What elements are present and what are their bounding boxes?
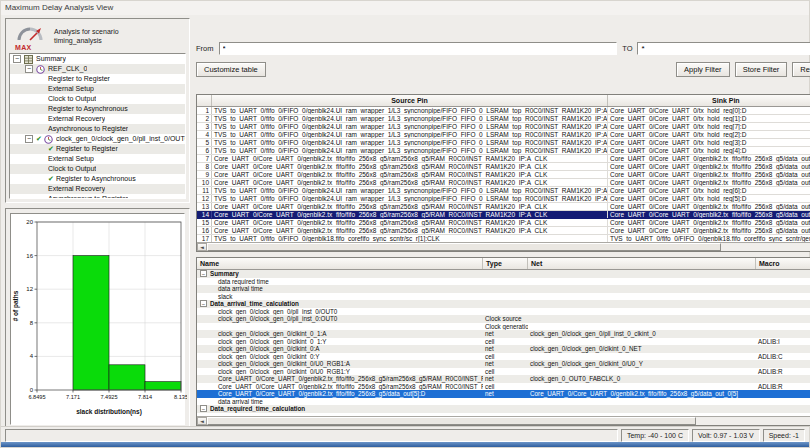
y-tick-label: 20 <box>26 219 33 225</box>
sink-pin-header[interactable]: Sink Pin <box>608 95 810 106</box>
detail-row[interactable]: Core_UART_0/Core_UART_0/genblk2.tx_fifo/… <box>197 375 810 383</box>
customize-table-button[interactable]: Customize table <box>196 62 266 77</box>
detail-row[interactable]: Core_UART_0/Core_UART_0/genblk2.tx_fifo/… <box>197 390 810 398</box>
detail-row[interactable]: clock_gen_0/clock_gen_0/pll_inst_0/OUT0 <box>197 308 810 316</box>
path-row-9[interactable]: 9Core_UART_0/Core_UART_0/genblk2.tx_fifo… <box>197 171 810 179</box>
tree-item-register-to-register[interactable]: ✔Register to Register <box>10 144 185 154</box>
row-number: 3 <box>197 123 212 130</box>
tree-item-clock-to-output[interactable]: Clock to Output <box>10 164 185 174</box>
scroll-left-icon[interactable]: ◄ <box>197 417 207 425</box>
apply-filter-button[interactable]: Apply Filter <box>676 62 730 77</box>
tree-item-external-setup[interactable]: External Setup <box>10 154 185 164</box>
paths-hscrollbar[interactable]: ◄ ► <box>197 242 810 251</box>
tree-item-external-setup[interactable]: External Setup <box>10 84 185 94</box>
detail-expander-icon[interactable]: − <box>200 405 207 412</box>
scroll-left-icon[interactable]: ◄ <box>197 243 207 251</box>
macro-header[interactable]: Macro <box>756 258 810 269</box>
tree-item-asynchronous-to-register[interactable]: Asynchronous to Register <box>10 124 185 134</box>
path-row-2[interactable]: 2TVS_to_UART_0/fifo_0/FIFO_0/genblk24.UI… <box>197 115 810 123</box>
tree-item-summary[interactable]: −Summary <box>10 54 185 64</box>
row-number-header <box>197 95 212 106</box>
detail-row[interactable]: data arrival time <box>197 285 810 293</box>
path-row-15[interactable]: 15Core_UART_0/Core_UART_0/genblk2.tx_fif… <box>197 219 810 227</box>
detail-row[interactable]: clock_gen_0/clock_gen_0/clkint_0:YcellAD… <box>197 353 810 361</box>
detail-type-cell: Clock generation <box>483 323 528 331</box>
detail-macro-cell <box>756 293 810 301</box>
tree-item-ref-clk-0[interactable]: −REF_CLK_0 <box>10 64 185 74</box>
detail-expander-icon[interactable]: − <box>200 270 207 277</box>
detail-row[interactable]: clock_gen_0/clock_gen_0/clkint_0/U0_RGB1… <box>197 368 810 376</box>
source-pin-header[interactable]: Source Pin <box>212 95 608 106</box>
detail-name-text: Core_UART_0/Core_UART_0/genblk2.tx_fifo/… <box>218 383 483 391</box>
detail-row[interactable]: clock_gen_0/clock_gen_0/clkint_0_1:Anetc… <box>197 330 810 338</box>
tree-item-clock-to-output[interactable]: Clock to Output <box>10 94 185 104</box>
filter-buttons: Apply Filter Store Filter Reset Filter <box>676 62 810 77</box>
path-row-16[interactable]: 16Core_UART_0/Core_UART_0/genblk2.tx_fif… <box>197 227 810 235</box>
sink-pin-cell: Core_UART_0/Core_UART_0/genblk2.tx_fifo/… <box>608 219 810 226</box>
detail-row[interactable]: −Summary <box>197 270 810 278</box>
row-number: 10 <box>197 179 212 186</box>
detail-row[interactable]: clock_gen_0/clock_gen_0/clkint_0/U0_RGB1… <box>197 360 810 368</box>
detail-row[interactable]: −Data_required_time_calculation <box>197 405 810 413</box>
detail-row[interactable]: data required time <box>197 278 810 286</box>
detail-hscrollbar[interactable]: ◄ ► <box>197 416 810 425</box>
detail-type-cell <box>483 308 528 316</box>
tree-expander-icon[interactable]: − <box>25 65 33 73</box>
sink-pin-cell: Core_UART_0/Core_UART_0/tx_hold_reg[6]:D <box>608 187 810 194</box>
detail-row[interactable]: data arrival time <box>197 398 810 406</box>
detail-row[interactable]: clock_gen_0/clock_gen_0/clkint_0:Anetclo… <box>197 345 810 353</box>
tree-item-clock-gen-0-clock-gen-0-pll-inst-0-out0[interactable]: −✔clock_gen_0/clock_gen_0/pll_inst_0/OUT… <box>10 134 185 144</box>
path-row-11[interactable]: 11TVS_to_UART_0/fifo_0/FIFO_0/genblk24.U… <box>197 187 810 195</box>
source-pin-cell: TVS_to_UART_0/fifo_0/FIFO_0/genblk24.UI_… <box>212 139 608 146</box>
detail-row[interactable]: clock_gen_0/clock_gen_0/clkint_0_1:Ycell… <box>197 338 810 346</box>
detail-name-cell: clock_gen_0/clock_gen_0/pll_inst_0:OUT0 <box>197 315 483 323</box>
store-filter-button[interactable]: Store Filter <box>735 62 788 77</box>
reset-filter-button[interactable]: Reset Filter <box>792 62 810 77</box>
tree-item-external-recovery[interactable]: External Recovery <box>10 184 185 194</box>
path-row-1[interactable]: 1TVS_to_UART_0/fifo_0/FIFO_0/genblk24.UI… <box>197 107 810 115</box>
tree-item-register-to-register[interactable]: Register to Register <box>10 74 185 84</box>
tree-item-label: Summary <box>36 54 66 64</box>
type-header[interactable]: Type <box>483 258 528 269</box>
path-row-4[interactable]: 4TVS_to_UART_0/fifo_0/FIFO_0/genblk24.UI… <box>197 131 810 139</box>
tree-expander-icon[interactable]: − <box>13 55 21 63</box>
path-row-6[interactable]: 6TVS_to_UART_0/fifo_0/FIFO_0/genblk24.UI… <box>197 147 810 155</box>
slack-histogram: 0481216206.84957.1717.49257.8148.135slac… <box>10 213 185 425</box>
detail-macro-cell <box>756 330 810 338</box>
path-row-10[interactable]: 10Core_UART_0/Core_UART_0/genblk2.tx_fif… <box>197 179 810 187</box>
path-row-5[interactable]: 5TVS_to_UART_0/fifo_0/FIFO_0/genblk24.UI… <box>197 139 810 147</box>
detail-row[interactable]: clock_gen_0/clock_gen_0/pll_inst_0:OUT0C… <box>197 315 810 323</box>
path-row-7[interactable]: 7Core_UART_0/Core_UART_0/genblk2.tx_fifo… <box>197 155 810 163</box>
detail-row[interactable]: slack <box>197 293 810 301</box>
detail-row[interactable]: Clock generation <box>197 323 810 331</box>
path-row-17[interactable]: 17TVS_to_UART_0/fifo_0/FIFO_0/genblk18.f… <box>197 235 810 242</box>
path-row-14[interactable]: 14Core_UART_0/Core_UART_0/genblk2.tx_fif… <box>197 211 810 219</box>
tree-expander-icon[interactable]: − <box>25 135 33 143</box>
main-area: MAX Analysis for scenario timing_analysi… <box>1 15 809 426</box>
tree-item-external-recovery[interactable]: External Recovery <box>10 114 185 124</box>
to-input[interactable] <box>637 42 810 55</box>
path-row-12[interactable]: 12TVS_to_UART_0/fifo_0/FIFO_0/genblk24.U… <box>197 195 810 203</box>
detail-expander-icon[interactable]: − <box>200 300 207 307</box>
from-input[interactable] <box>219 42 618 55</box>
tree-item-register-to-asynchronous[interactable]: Register to Asynchronous <box>10 104 185 114</box>
detail-row[interactable]: −Data_arrival_time_calculation <box>197 300 810 308</box>
detail-hscroll-thumb[interactable] <box>207 417 696 425</box>
tree-item-register-to-asynchronous[interactable]: ✔Register to Asynchronous <box>10 174 185 184</box>
detail-row[interactable]: Core_UART_0/Core_UART_0/genblk2.tx_fifo/… <box>197 383 810 391</box>
tree-item-label: Asynchronous to Register <box>48 124 128 134</box>
row-number: 4 <box>197 131 212 138</box>
tree-item-asynchronous-to-register[interactable]: Asynchronous to Register <box>10 194 185 199</box>
path-row-13[interactable]: 13Core_UART_0/Core_UART_0/genblk2.tx_fif… <box>197 203 810 211</box>
name-header[interactable]: Name <box>197 258 483 269</box>
path-row-3[interactable]: 3TVS_to_UART_0/fifo_0/FIFO_0/genblk24.UI… <box>197 123 810 131</box>
net-header[interactable]: Net <box>528 258 756 269</box>
source-pin-cell: Core_UART_0/Core_UART_0/genblk2.tx_fifo/… <box>212 219 608 226</box>
max-gauge-icon: MAX <box>14 23 46 51</box>
right-column: From TO Customize table Apply Filter Sto… <box>194 15 810 426</box>
detail-name-text: Core_UART_0/Core_UART_0/genblk2.tx_fifo/… <box>218 375 483 383</box>
detail-net-cell <box>528 405 756 413</box>
path-row-8[interactable]: 8Core_UART_0/Core_UART_0/genblk2.tx_fifo… <box>197 163 810 171</box>
detail-name-cell: Core_UART_0/Core_UART_0/genblk2.tx_fifo/… <box>197 383 483 391</box>
paths-hscroll-thumb[interactable] <box>207 243 721 251</box>
